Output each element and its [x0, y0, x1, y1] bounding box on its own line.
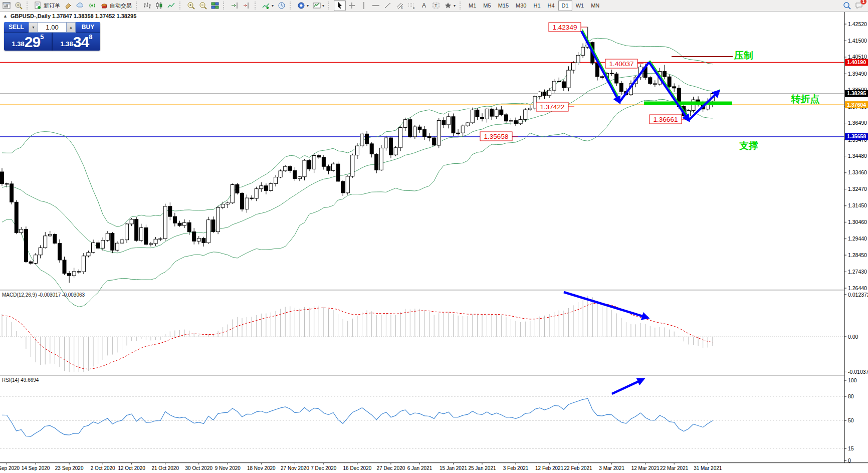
candle-body — [139, 227, 143, 241]
candle-body — [72, 272, 76, 276]
candle-body — [504, 115, 508, 121]
candle-body — [394, 148, 397, 155]
candle-body — [58, 244, 62, 260]
candle-body — [29, 262, 33, 263]
price-axis-label: 1.28450 — [848, 252, 867, 258]
sell-price-pips: 29 — [25, 35, 40, 49]
candle-body — [284, 166, 287, 171]
candle-body — [668, 77, 671, 87]
candle-body — [5, 184, 9, 184]
date-axis-label: 18 Nov 2020 — [247, 465, 276, 471]
candle-body — [206, 220, 210, 243]
date-axis-label: 3 Feb 2021 — [503, 465, 529, 471]
price-axis-badge-text: 1.40190 — [847, 59, 866, 65]
candle-body — [115, 243, 119, 250]
buy-price[interactable]: 1.38 34 8 — [53, 33, 100, 51]
price-axis-label: 1.27430 — [848, 269, 867, 275]
price-axis-label: 1.29440 — [848, 235, 867, 242]
candle-body — [68, 274, 71, 276]
price-axis-label: 1.32470 — [848, 186, 867, 192]
candle-body — [418, 127, 421, 129]
collapse-panel-icon[interactable]: ▲ — [3, 14, 8, 19]
bollinger-middle — [2, 73, 713, 253]
date-axis-label: 7 Dec 2020 — [311, 465, 337, 471]
sell-price[interactable]: 1.38 29 5 — [4, 33, 52, 51]
candle-body — [360, 134, 364, 146]
candle-body — [226, 203, 230, 204]
candle-body — [557, 81, 561, 82]
resistance-annotation: 压制 — [734, 50, 753, 61]
price-axis-label: 1.30460 — [848, 219, 867, 225]
candle-body — [466, 123, 470, 126]
candle-body — [135, 219, 138, 241]
candle-body — [255, 189, 258, 198]
volume-decrease-button[interactable]: ▼ — [29, 22, 38, 33]
price-chart[interactable]: 1.423491.400371.374221.366611.35658压制转折点… — [0, 0, 868, 473]
candle-body — [548, 90, 551, 96]
candle-body — [457, 133, 460, 133]
candle-body — [447, 117, 450, 125]
zigzag-arrow-segment[interactable] — [649, 62, 689, 120]
pane-separator[interactable] — [0, 290, 844, 291]
support-annotation: 支撑 — [739, 140, 758, 151]
candle-body — [298, 177, 302, 179]
rsi-axis-label: 50 — [848, 417, 854, 423]
volume-increase-button[interactable]: ▲ — [66, 22, 76, 33]
price-axis-badge-text: 1.38295 — [847, 90, 866, 96]
macd-axis-label: -0.010374 — [848, 369, 868, 375]
volume-input[interactable]: 1.00 — [38, 22, 66, 33]
symbol-ohlc-text: GBPUSD-,Daily 1.37847 1.38358 1.37452 1.… — [11, 13, 136, 19]
candle-body — [519, 119, 522, 124]
candle-body — [82, 256, 85, 272]
date-axis-label: 3 Mar 2021 — [599, 465, 624, 471]
price-callout-text: 1.37422 — [540, 103, 565, 111]
pane-separator[interactable] — [0, 375, 844, 376]
candle-body — [111, 233, 114, 251]
candle-body — [524, 110, 527, 119]
candle-body — [87, 253, 90, 256]
candle-body — [125, 224, 129, 240]
rsi-trend-arrow[interactable] — [612, 379, 643, 394]
candle-body — [509, 121, 513, 121]
candle-body — [236, 185, 239, 193]
date-axis-label: 14 Sep 2020 — [22, 465, 50, 471]
candle-body — [15, 202, 18, 232]
price-axis-label: 1.42520 — [848, 21, 867, 27]
candle-body — [250, 198, 254, 198]
price-axis-label: 1.39490 — [848, 71, 867, 77]
macd-axis-label: 0.012372 — [848, 292, 868, 298]
candle-body — [403, 120, 407, 128]
candle-body — [202, 239, 205, 243]
candle-body — [96, 243, 100, 249]
price-callout-text: 1.35658 — [484, 133, 509, 140]
candle-body — [279, 171, 282, 177]
sell-price-point: 5 — [40, 33, 44, 41]
mt4-terminal: { "toolbar": { "groups": [ {"name":"wind… — [0, 0, 868, 473]
candle-body — [351, 155, 354, 176]
candle-body — [562, 82, 565, 88]
price-axis-label: 1.41500 — [848, 38, 867, 44]
rsi-line — [2, 398, 713, 436]
date-axis-label: 27 Dec 2020 — [377, 465, 405, 471]
candle-body — [149, 244, 153, 245]
macd-trend-arrow[interactable] — [564, 292, 647, 318]
date-axis-label: 22 Mar 2021 — [660, 465, 689, 471]
date-axis-label: 25 Jan 2021 — [468, 465, 496, 471]
candle-body — [20, 229, 23, 233]
candle-body — [159, 239, 162, 239]
candle-body — [365, 134, 369, 144]
rsi-axis-label: 100 — [848, 377, 857, 383]
candle-body — [274, 177, 278, 184]
buy-button[interactable]: BUY — [76, 22, 100, 33]
candle-body — [538, 92, 542, 96]
candle-body — [168, 206, 172, 216]
candle-body — [260, 186, 263, 189]
candle-body — [423, 129, 426, 136]
sell-button[interactable]: SELL — [4, 22, 29, 33]
chart-symbol-title: ▲ GBPUSD-,Daily 1.37847 1.38358 1.37452 … — [3, 13, 136, 19]
candle-body — [600, 77, 604, 78]
candle-body — [53, 234, 57, 244]
date-axis-label: 12 Mar 2021 — [631, 465, 660, 471]
date-axis-label: 21 Oct 2020 — [151, 465, 179, 471]
candle-body — [481, 117, 484, 119]
